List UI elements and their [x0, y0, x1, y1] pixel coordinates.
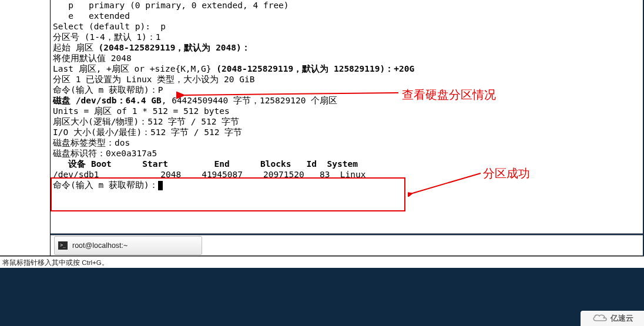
taskbar-item-terminal[interactable]: root@localhost:~: [54, 236, 202, 255]
svg-point-2: [603, 317, 605, 318]
term-line: 磁盘标签类型：dos: [51, 137, 643, 148]
term-line: 扇区大小(逻辑/物理)：512 字节 / 512 字节: [51, 116, 643, 127]
term-line: 起始 扇区 (2048-125829119，默认为 2048)：: [51, 42, 643, 53]
partition-table-row: /dev/sdb1 2048 41945087 20971520 83 Linu…: [51, 169, 643, 180]
term-line: 将使用默认值 2048: [51, 53, 643, 63]
term-prompt-line: 命令(输入 m 获取帮助)：: [51, 180, 643, 190]
taskbar: root@localhost:~: [51, 235, 643, 256]
watermark: 亿速云: [581, 311, 644, 326]
annotation-partition-success: 分区成功: [483, 166, 530, 182]
partition-table-header: 设备 Boot Start End Blocks Id System: [51, 159, 643, 169]
term-line: 分区号 (1-4，默认 1)：1: [51, 32, 643, 42]
watermark-text: 亿速云: [611, 313, 633, 324]
term-line: 磁盘标识符：0xe0a317a5: [51, 148, 643, 159]
term-line: p primary (0 primary, 0 extended, 4 free…: [51, 0, 643, 11]
term-line: 命令(输入 m 获取帮助)：P: [51, 85, 643, 95]
term-line: 分区 1 已设置为 Linux 类型，大小设为 20 GiB: [51, 74, 643, 85]
term-line: e extended: [51, 11, 643, 21]
taskbar-item-label: root@localhost:~: [72, 241, 128, 250]
terminal-output[interactable]: p primary (0 primary, 0 extended, 4 free…: [51, 0, 643, 234]
desktop-background: [0, 268, 644, 326]
vm-hint-bar: 将鼠标指针移入其中或按 Ctrl+G。: [0, 256, 644, 268]
cursor: [158, 181, 163, 190]
term-line: Select (default p): p: [51, 21, 643, 32]
term-line: I/O 大小(最小/最佳)：512 字节 / 512 字节: [51, 127, 643, 137]
outer-window-edge: [0, 0, 51, 256]
term-line: 磁盘 /dev/sdb：64.4 GB, 64424509440 字节，1258…: [51, 95, 643, 106]
annotation-view-partition: 查看硬盘分区情况: [402, 87, 496, 103]
term-line: Last 扇区, +扇区 or +size{K,M,G} (2048-12582…: [51, 63, 643, 74]
terminal-icon: [58, 241, 68, 250]
term-line: Units = 扇区 of 1 * 512 = 512 bytes: [51, 106, 643, 116]
watermark-logo-icon: [592, 313, 608, 324]
